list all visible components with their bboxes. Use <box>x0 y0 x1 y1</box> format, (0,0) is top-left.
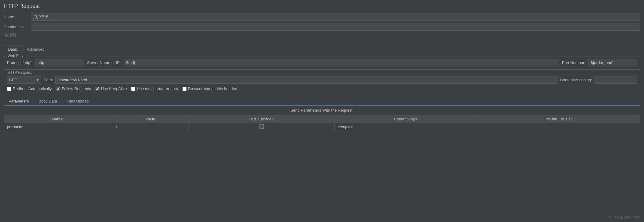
server-label: Server Name or IP: <box>87 60 121 65</box>
port-label: Port Number: <box>562 60 585 65</box>
name-row: Name: <box>4 13 640 21</box>
collapse-arrow[interactable]: ▲ <box>4 33 9 37</box>
protocol-input[interactable] <box>36 59 84 66</box>
params-table: Name: Value URL Encode? Content-Type Inc… <box>4 115 640 131</box>
checkbox-follow-redirects-label: Follow Redirects <box>62 86 91 91</box>
checkbox-redirect-auto-label: Redirect Automatically <box>13 86 52 91</box>
checkbox-follow-redirects-input[interactable] <box>56 87 60 91</box>
col-header-includeequals: Include Equals? <box>477 115 640 123</box>
send-params-title: Send Parameters With the Request: <box>4 108 640 113</box>
dots-row: ··· <box>4 39 640 45</box>
method-select-wrapper: GET POST PUT DELETE PATCH ▼ <box>7 76 41 84</box>
web-server-legend: Web Server <box>6 54 28 58</box>
checkbox-redirect-auto[interactable]: Redirect Automatically <box>7 86 52 91</box>
method-dropdown-arrow[interactable]: ▼ <box>34 76 41 84</box>
page-title: HTTP Request <box>4 3 640 9</box>
watermark: CSDN @互联网小阿祥 <box>607 215 640 220</box>
checkbox-follow-redirects[interactable]: Follow Redirects <box>56 86 91 91</box>
comments-row: Comments: <box>4 23 640 31</box>
subtab-parameters[interactable]: Parameters <box>4 97 34 106</box>
encoding-input[interactable] <box>595 76 637 84</box>
subtab-body-data[interactable]: Body Data <box>34 97 62 106</box>
subtabs-bar: Parameters Body Data Files Upload <box>4 97 640 106</box>
checkbox-browser-headers[interactable]: Browser-compatible headers <box>182 86 238 91</box>
path-input[interactable] <box>55 76 558 84</box>
name-input[interactable] <box>31 13 640 21</box>
path-label: Path: <box>44 78 53 82</box>
tab-advanced[interactable]: Advanced <box>22 45 49 53</box>
row-contenttype: text/plain <box>334 123 477 131</box>
row-includeequals <box>477 123 640 131</box>
tab-basic[interactable]: Basic <box>4 45 22 53</box>
expand-arrow[interactable]: ▼ <box>10 33 16 37</box>
col-header-urlencode: URL Encode? <box>188 115 334 123</box>
checkbox-browser-headers-label: Browser-compatible headers <box>188 86 238 91</box>
checkbox-multipart-input[interactable] <box>131 87 135 91</box>
expand-section: ▲ ▼ <box>4 33 640 37</box>
checkbox-browser-headers-input[interactable] <box>182 87 187 91</box>
row-name: productId <box>4 123 112 131</box>
http-request-legend: HTTP Request <box>6 70 33 75</box>
checkbox-redirect-auto-input[interactable] <box>7 87 11 91</box>
name-label: Name: <box>4 15 31 19</box>
web-server-section: Web Server Protocol [http]: Server Name … <box>4 56 640 70</box>
checkbox-keepalive-input[interactable] <box>95 87 100 91</box>
col-header-contenttype: Content-Type <box>334 115 477 123</box>
checkbox-multipart-label: Use multipart/form-data <box>137 86 178 91</box>
table-row: productId 1 text/plain <box>4 123 640 131</box>
tabs-bar: Basic Advanced <box>4 45 640 53</box>
encoding-label: Content encoding: <box>560 78 592 82</box>
server-input[interactable] <box>124 59 559 66</box>
method-select[interactable]: GET POST PUT DELETE PATCH <box>7 76 34 84</box>
col-header-name: Name: <box>4 115 112 123</box>
page-wrapper: HTTP Request Name: Comments: ▲ ▼ ··· Bas… <box>0 0 644 134</box>
checkbox-keepalive-label: Use KeepAlive <box>101 86 127 91</box>
url-encode-checkbox[interactable] <box>259 124 264 129</box>
subtab-files-upload[interactable]: Files Upload <box>62 97 93 106</box>
http-request-section: HTTP Request GET POST PUT DELETE PATCH ▼… <box>4 73 640 94</box>
checkbox-multipart[interactable]: Use multipart/form-data <box>131 86 178 91</box>
row-urlencode <box>188 123 334 131</box>
row-value: 1 <box>112 123 189 131</box>
checkboxes-row: Redirect Automatically Follow Redirects … <box>7 86 637 91</box>
col-header-value: Value <box>112 115 189 123</box>
port-input[interactable] <box>588 59 637 66</box>
checkbox-keepalive[interactable]: Use KeepAlive <box>95 86 127 91</box>
http-request-row: GET POST PUT DELETE PATCH ▼ Path: Conten… <box>7 76 637 84</box>
protocol-row: Protocol [http]: Server Name or IP: Port… <box>7 59 637 66</box>
comments-input[interactable] <box>31 23 640 31</box>
protocol-label: Protocol [http]: <box>7 60 32 65</box>
comments-label: Comments: <box>4 25 31 29</box>
